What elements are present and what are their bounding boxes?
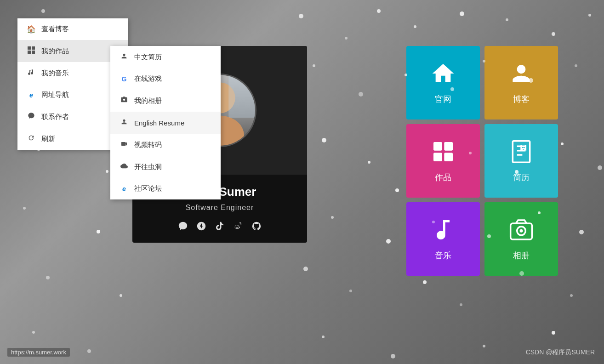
menu-item-label: 查看博客 <box>41 25 69 34</box>
refresh-icon <box>27 134 36 143</box>
svg-rect-6 <box>228 74 255 118</box>
forum-icon: e <box>120 185 129 193</box>
submenu-item-forum[interactable]: e 社区论坛 <box>110 178 221 199</box>
weibo-social-icon[interactable] <box>233 221 243 233</box>
svg-rect-11 <box>513 141 530 163</box>
camera-tile-icon <box>508 217 534 246</box>
tile-label: 博客 <box>513 94 530 105</box>
tiles-grid: 官网 博客 作品 简历 <box>406 46 558 276</box>
music-icon <box>27 68 36 78</box>
grid-icon <box>27 46 36 56</box>
svg-rect-1 <box>32 46 35 50</box>
submenu-item-label: 社区论坛 <box>134 184 162 193</box>
wechat-social-icon[interactable] <box>178 221 188 233</box>
submenu-item-english-resume[interactable]: English Resume <box>110 112 221 134</box>
svg-rect-10 <box>444 153 453 161</box>
edge-icon: e <box>27 91 36 99</box>
person-tile-icon <box>508 61 534 90</box>
svg-rect-2 <box>28 51 31 54</box>
menu-item-label: 我的音乐 <box>41 69 69 78</box>
tile-label: 音乐 <box>435 250 451 261</box>
tile-jianli[interactable]: 简历 <box>484 124 558 198</box>
svg-rect-9 <box>433 153 442 161</box>
book-tile-icon <box>508 139 534 168</box>
tile-guanwang[interactable]: 官网 <box>406 46 480 119</box>
watermark-text: CSDN @程序员SUMER <box>526 348 595 356</box>
menu-item-view-blog[interactable]: 🏠 查看博客 <box>17 18 128 40</box>
svg-rect-3 <box>32 51 35 54</box>
video-icon <box>120 140 129 149</box>
tile-label: 作品 <box>435 172 451 183</box>
music-tile-icon <box>430 217 456 246</box>
tile-label: 简历 <box>513 172 530 183</box>
qq-social-icon[interactable] <box>196 221 206 233</box>
submenu-item-label: 在线游戏 <box>134 74 162 83</box>
menu-item-label: 联系作者 <box>41 113 69 121</box>
svg-rect-0 <box>28 46 31 50</box>
menu-item-label: 刷新 <box>41 135 55 143</box>
submenu-item-wormhole[interactable]: 开往虫洞 <box>110 156 221 178</box>
svg-rect-8 <box>444 142 453 151</box>
submenu-item-label: 我的相册 <box>134 97 162 105</box>
cloud-icon <box>120 162 129 171</box>
tile-xiangce[interactable]: 相册 <box>484 202 558 276</box>
url-text: https://m.sumer.work <box>11 349 66 356</box>
submenu-item-video-transcode[interactable]: 视频转码 <box>110 134 221 156</box>
submenu-item-label: 视频转码 <box>134 141 162 149</box>
person-icon <box>120 52 129 62</box>
submenu-item-online-game[interactable]: G 在线游戏 <box>110 68 221 90</box>
tile-zuopin[interactable]: 作品 <box>406 124 480 198</box>
submenu-item-label: 中文简历 <box>134 53 162 62</box>
camera-icon <box>120 96 129 105</box>
home-tile-icon <box>430 61 456 90</box>
social-icons <box>142 221 298 233</box>
menu-item-label: 网址导航 <box>41 91 69 99</box>
url-bar: https://m.sumer.work <box>7 348 70 357</box>
menu-item-label: 我的作品 <box>41 47 69 56</box>
person2-icon <box>120 118 129 127</box>
submenu-item-chinese-resume[interactable]: 中文简历 <box>110 46 221 68</box>
tile-yinyue[interactable]: 音乐 <box>406 202 480 276</box>
github-social-icon[interactable] <box>251 221 262 233</box>
wechat-icon <box>27 112 36 121</box>
svg-rect-7 <box>433 142 442 151</box>
google-icon: G <box>120 75 129 83</box>
tile-boke[interactable]: 博客 <box>484 46 558 119</box>
home-icon: 🏠 <box>27 25 36 34</box>
profile-title: Software Engineer <box>142 204 298 212</box>
submenu: 中文简历 G 在线游戏 我的相册 English Resume 视频转码 <box>110 46 221 199</box>
svg-point-14 <box>520 229 523 233</box>
tile-label: 相册 <box>513 250 530 261</box>
grid-tile-icon <box>430 139 456 168</box>
watermark: CSDN @程序员SUMER <box>526 348 595 357</box>
submenu-item-label: 开往虫洞 <box>134 163 162 171</box>
tile-label: 官网 <box>435 94 451 105</box>
submenu-item-my-album[interactable]: 我的相册 <box>110 90 221 112</box>
tiktok-social-icon[interactable] <box>215 221 225 233</box>
submenu-item-label: English Resume <box>134 119 184 127</box>
